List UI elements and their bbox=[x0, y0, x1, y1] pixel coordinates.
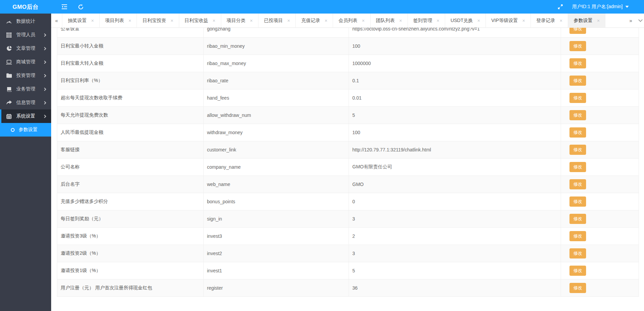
close-icon[interactable]: × bbox=[560, 18, 562, 23]
table-row: 邀请投资3级（%） invest3 2 修改 bbox=[57, 228, 639, 245]
param-key-cell: gongzhang bbox=[204, 28, 349, 38]
tab-抽奖设置[interactable]: 抽奖设置 × bbox=[62, 14, 100, 27]
modify-button[interactable]: 修改 bbox=[569, 196, 586, 207]
close-icon[interactable]: × bbox=[128, 18, 131, 23]
close-icon[interactable]: × bbox=[170, 18, 173, 23]
table-row: 充值多少赠送多少积分 bonus_points 0 修改 bbox=[57, 193, 639, 210]
sidebar-subitem-params[interactable]: 参数设置 bbox=[0, 123, 51, 137]
share-arrow-icon bbox=[6, 100, 12, 106]
param-action-cell: 修改 bbox=[561, 38, 639, 55]
tab-USDT兑换[interactable]: USDT兑换 × bbox=[445, 14, 486, 27]
tabs-dropdown-button[interactable] bbox=[637, 14, 644, 27]
param-action-cell: 修改 bbox=[561, 245, 639, 262]
tab-登录记录[interactable]: 登录记录 × bbox=[531, 14, 568, 27]
sidebar-item-管理人员[interactable]: 管理人员 bbox=[0, 28, 51, 42]
modify-button[interactable]: 修改 bbox=[569, 127, 586, 138]
modify-button[interactable]: 修改 bbox=[569, 248, 586, 258]
tab-label: 会员列表 bbox=[338, 18, 357, 24]
close-icon[interactable]: × bbox=[399, 18, 402, 23]
param-key-cell: company_name bbox=[204, 159, 349, 176]
sidebar-item-系统设置[interactable]: 系统设置 bbox=[0, 109, 51, 123]
param-label-cell: 后台名字 bbox=[57, 176, 204, 193]
tab-label: 抽奖设置 bbox=[68, 18, 87, 24]
modify-button[interactable]: 修改 bbox=[569, 76, 586, 86]
param-action-cell: 修改 bbox=[561, 210, 639, 228]
close-icon[interactable]: × bbox=[91, 18, 94, 23]
table-row: 公章设置 gongzhang https://octovip.oss-cn-sh… bbox=[57, 28, 639, 38]
sidebar-item-label: 文章管理 bbox=[16, 45, 43, 51]
sidebar-item-商城管理[interactable]: 商城管理 bbox=[0, 55, 51, 69]
param-value-cell: http://120.79.77.1:32119/chatlink.html bbox=[349, 141, 561, 159]
sidebar-item-投资管理[interactable]: 投资管理 bbox=[0, 69, 51, 82]
close-icon[interactable]: × bbox=[597, 18, 600, 23]
tab-日利宝投资[interactable]: 日利宝投资 × bbox=[137, 14, 179, 27]
param-label-cell: 客服链接 bbox=[57, 141, 204, 159]
modify-button[interactable]: 修改 bbox=[569, 58, 586, 68]
circle-icon bbox=[11, 128, 15, 132]
tabs-scroll-right-button[interactable]: » bbox=[625, 14, 637, 27]
tabs-scroll-left-button[interactable]: « bbox=[51, 14, 62, 27]
user-info-text: 用户ID:1 用户名:[admin] bbox=[572, 4, 623, 10]
close-icon[interactable]: × bbox=[287, 18, 290, 23]
tab-label: 签到管理 bbox=[413, 18, 432, 24]
tab-团队列表[interactable]: 团队列表 × bbox=[371, 14, 408, 27]
table-row: 日利宝最小转入金额 ribao_min_money 100 修改 bbox=[57, 38, 639, 55]
param-key-cell: allow_withdraw_num bbox=[204, 107, 349, 124]
table-row: 日利宝最大转入金额 ribao_max_money 1000000 修改 bbox=[57, 55, 639, 72]
table-row: 超出每天提现次数收取手续费 hand_fees 0.01 修改 bbox=[57, 89, 639, 107]
param-action-cell: 修改 bbox=[561, 176, 639, 193]
param-value-cell: 5 bbox=[349, 262, 561, 279]
modify-button[interactable]: 修改 bbox=[569, 110, 586, 120]
tab-label: 项目分类 bbox=[227, 18, 246, 24]
app-logo: GMO后台 bbox=[0, 3, 51, 11]
parameters-table: 公章设置 gongzhang https://octovip.oss-cn-sh… bbox=[57, 28, 639, 297]
tab-日利宝收益[interactable]: 日利宝收益 × bbox=[179, 14, 221, 27]
param-key-cell: invest1 bbox=[204, 262, 349, 279]
close-icon[interactable]: × bbox=[250, 18, 253, 23]
param-label-cell: 每日签到奖励（元） bbox=[57, 210, 204, 228]
tab-项目分类[interactable]: 项目分类 × bbox=[221, 14, 258, 27]
tab-充值记录[interactable]: 充值记录 × bbox=[296, 14, 333, 27]
close-icon[interactable]: × bbox=[362, 18, 365, 23]
sidebar-item-label: 系统设置 bbox=[16, 113, 43, 119]
modify-button[interactable]: 修改 bbox=[569, 179, 586, 189]
modify-button[interactable]: 修改 bbox=[569, 214, 586, 224]
close-icon[interactable]: × bbox=[477, 18, 480, 23]
user-menu[interactable]: 用户ID:1 用户名:[admin] bbox=[572, 4, 629, 10]
collapse-menu-icon[interactable] bbox=[61, 4, 67, 10]
tab-bar: « 抽奖设置 × 项目列表 × 日利宝投资 × 日利宝收益 × 项目分类 × 已… bbox=[51, 14, 644, 28]
modify-button[interactable]: 修改 bbox=[569, 266, 586, 276]
param-label-cell: 日利宝最小转入金额 bbox=[57, 38, 204, 55]
close-icon[interactable]: × bbox=[213, 18, 215, 23]
sidebar-item-文章管理[interactable]: 文章管理 bbox=[0, 42, 51, 55]
modify-button[interactable]: 修改 bbox=[569, 231, 586, 241]
param-label-cell: 公司名称 bbox=[57, 159, 204, 176]
sidebar-item-数据统计[interactable]: 数据统计 bbox=[0, 15, 51, 28]
modify-button[interactable]: 修改 bbox=[569, 145, 586, 155]
fullscreen-icon[interactable] bbox=[557, 4, 563, 10]
tab-VIP等级设置[interactable]: VIP等级设置 × bbox=[486, 14, 531, 27]
tab-会员列表[interactable]: 会员列表 × bbox=[333, 14, 370, 27]
modify-button[interactable]: 修改 bbox=[569, 162, 586, 172]
calendar-icon bbox=[6, 113, 12, 119]
modify-button[interactable]: 修改 bbox=[569, 283, 586, 293]
tab-项目列表[interactable]: 项目列表 × bbox=[100, 14, 137, 27]
tab-签到管理[interactable]: 签到管理 × bbox=[408, 14, 445, 27]
modify-button[interactable]: 修改 bbox=[569, 93, 586, 103]
param-action-cell: 修改 bbox=[561, 228, 639, 245]
param-key-cell: bonus_points bbox=[204, 193, 349, 210]
chevron-right-icon bbox=[43, 87, 46, 91]
tab-已投项目[interactable]: 已投项目 × bbox=[258, 14, 296, 27]
sidebar-item-信息管理[interactable]: 信息管理 bbox=[0, 96, 51, 109]
sidebar-item-业务管理[interactable]: 业务管理 bbox=[0, 82, 51, 96]
close-icon[interactable]: × bbox=[522, 18, 525, 23]
modify-button[interactable]: 修改 bbox=[569, 41, 586, 51]
modify-button[interactable]: 修改 bbox=[569, 28, 586, 34]
tab-参数设置[interactable]: 参数设置 × bbox=[568, 14, 605, 27]
sidebar-subitem-label: 参数设置 bbox=[19, 127, 38, 133]
close-icon[interactable]: × bbox=[325, 18, 327, 23]
close-icon[interactable]: × bbox=[437, 18, 439, 23]
book-icon bbox=[6, 86, 12, 92]
refresh-icon[interactable] bbox=[78, 4, 84, 10]
pie-chart-icon bbox=[6, 46, 12, 51]
